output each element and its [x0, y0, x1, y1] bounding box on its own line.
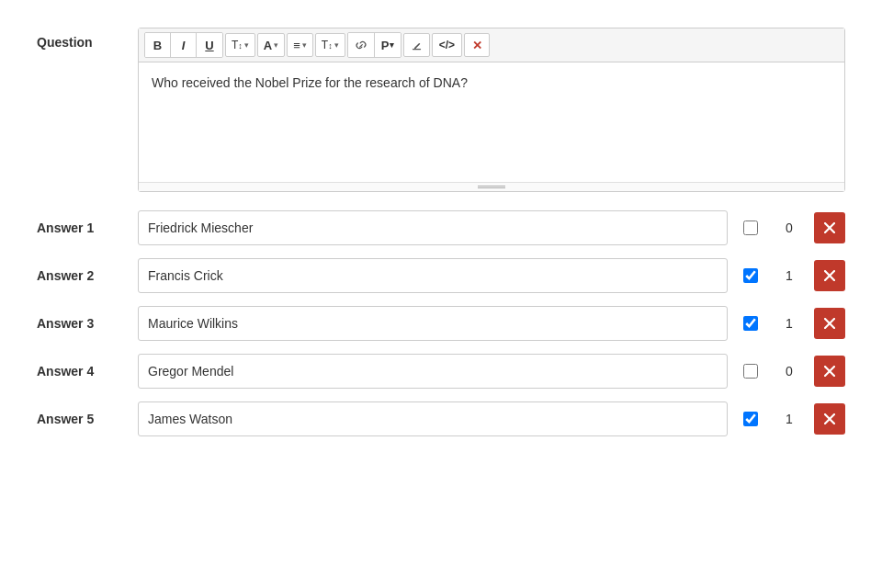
- dropdown-arrow-4: ▾: [334, 40, 339, 50]
- answer-delete-5[interactable]: [814, 403, 845, 435]
- answer-label-2: Answer 2: [37, 268, 138, 283]
- answer-row: Answer 21: [37, 258, 845, 293]
- answers-container: Answer 10Answer 21Answer 31Answer 40Answ…: [37, 210, 845, 436]
- answer-checkbox-wrap-1: [733, 210, 768, 245]
- bold-button[interactable]: B: [145, 33, 171, 57]
- dropdown-arrow-2: ▾: [274, 40, 278, 50]
- align-dropdown[interactable]: ≡ ▾: [287, 33, 313, 57]
- answer-delete-3[interactable]: [814, 308, 845, 339]
- eraser-button[interactable]: [403, 33, 430, 57]
- text-size-label-1: T↕: [232, 39, 243, 51]
- answer-row: Answer 40: [37, 354, 845, 389]
- answer-input-1[interactable]: [138, 210, 728, 245]
- svg-rect-0: [413, 42, 420, 49]
- answer-score-4: 0: [772, 354, 807, 389]
- link-group: P▾: [347, 32, 401, 58]
- text-size-dropdown-2[interactable]: T↕ ▾: [315, 33, 345, 57]
- answer-input-4[interactable]: [138, 354, 728, 389]
- answer-label-4: Answer 4: [37, 364, 138, 379]
- answer-checkbox-2[interactable]: [743, 268, 758, 283]
- question-row: Question B I U T↕ ▾ A ▾ ≡ ▾: [37, 28, 845, 192]
- question-label: Question: [37, 28, 138, 50]
- answer-input-3[interactable]: [138, 306, 728, 341]
- editor-toolbar: B I U T↕ ▾ A ▾ ≡ ▾ T↕ ▾: [139, 28, 844, 62]
- text-size-dropdown-1[interactable]: T↕ ▾: [225, 33, 255, 57]
- answer-row: Answer 31: [37, 306, 845, 341]
- answer-delete-4[interactable]: [814, 356, 845, 387]
- answer-row: Answer 10: [37, 210, 845, 245]
- underline-button[interactable]: U: [197, 33, 222, 57]
- dropdown-arrow-1: ▾: [244, 40, 249, 50]
- question-editor: B I U T↕ ▾ A ▾ ≡ ▾ T↕ ▾: [138, 28, 845, 192]
- resize-lines: [478, 186, 505, 189]
- answer-row: Answer 51: [37, 401, 845, 436]
- close-button[interactable]: ✕: [464, 33, 490, 57]
- answer-checkbox-wrap-3: [733, 306, 768, 341]
- font-dropdown[interactable]: A ▾: [257, 33, 285, 57]
- answer-score-2: 1: [772, 258, 807, 293]
- answer-delete-2[interactable]: [814, 260, 845, 291]
- answer-checkbox-4[interactable]: [743, 364, 758, 379]
- code-button[interactable]: </>: [432, 33, 462, 57]
- link-button[interactable]: [348, 33, 375, 57]
- answer-label-1: Answer 1: [37, 220, 138, 235]
- answer-label-3: Answer 3: [37, 316, 138, 331]
- answer-checkbox-5[interactable]: [743, 412, 758, 426]
- answer-score-3: 1: [772, 306, 807, 341]
- format-group: B I U: [144, 32, 223, 58]
- answer-checkbox-1[interactable]: [743, 220, 758, 235]
- answer-score-5: 1: [772, 401, 807, 436]
- editor-resize-handle[interactable]: [139, 182, 844, 191]
- answer-checkbox-wrap-2: [733, 258, 768, 293]
- font-label: A: [264, 39, 272, 52]
- text-size-label-2: T↕: [322, 39, 333, 51]
- question-content[interactable]: Who received the Nobel Prize for the res…: [139, 62, 844, 182]
- italic-button[interactable]: I: [171, 33, 197, 57]
- answer-checkbox-wrap-4: [733, 354, 768, 389]
- answer-label-5: Answer 5: [37, 412, 138, 426]
- align-label: ≡: [293, 39, 300, 52]
- paragraph-button[interactable]: P▾: [375, 33, 401, 57]
- answer-input-2[interactable]: [138, 258, 728, 293]
- answer-delete-1[interactable]: [814, 212, 845, 243]
- answer-checkbox-3[interactable]: [743, 316, 758, 331]
- dropdown-arrow-3: ▾: [302, 40, 307, 50]
- answer-checkbox-wrap-5: [733, 401, 768, 436]
- answer-input-5[interactable]: [138, 401, 728, 436]
- answer-score-1: 0: [772, 210, 807, 245]
